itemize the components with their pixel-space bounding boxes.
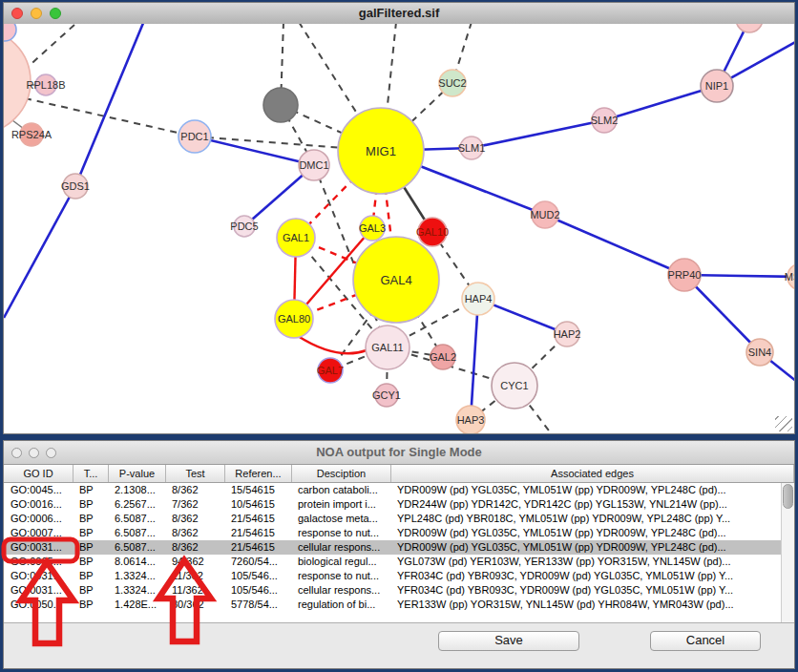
table-row[interactable]: GO:0031...BP1.3324...11/362105/546...cel… <box>4 583 794 598</box>
svg-text:GCY1: GCY1 <box>372 389 401 401</box>
node-gal4[interactable]: GAL4 <box>353 237 439 323</box>
svg-text:GAL11: GAL11 <box>371 342 403 353</box>
svg-text:PDC1: PDC1 <box>180 131 208 142</box>
cell-reference: 105/546... <box>225 583 292 598</box>
node-partial-top-right[interactable] <box>736 24 763 32</box>
cell-type: BP <box>74 569 109 583</box>
node-gal10[interactable]: GAL10 <box>416 218 449 246</box>
node-gal11[interactable]: GAL11 <box>366 326 410 369</box>
node-hap4[interactable]: HAP4 <box>462 283 494 315</box>
table-row[interactable]: GO:0006...BP6.5087...8/36221/54615galact… <box>4 512 794 526</box>
cell-reference: 21/54615 <box>225 526 292 540</box>
svg-text:GAL3: GAL3 <box>359 222 386 234</box>
node-cyc1[interactable]: CYC1 <box>492 363 537 409</box>
node-suc2[interactable]: SUC2 <box>438 70 466 96</box>
column-header-go-id[interactable]: GO ID <box>4 465 74 482</box>
node-gal3[interactable]: GAL3 <box>359 216 386 241</box>
scrollbar-thumb[interactable] <box>783 484 793 509</box>
vertical-scrollbar[interactable] <box>781 483 794 642</box>
cell-go-id: GO:0031... <box>4 583 74 598</box>
resize-grip[interactable] <box>775 416 792 431</box>
node-unlabeled-gray[interactable] <box>263 88 298 122</box>
node-slm2[interactable]: SLM2 <box>591 108 619 133</box>
cancel-button[interactable]: Cancel <box>650 631 761 651</box>
cell-p-value: 6.2567... <box>109 497 166 512</box>
table-row-selected[interactable]: GO:0031...BP6.5087...8/36221/54615cellul… <box>4 540 794 555</box>
table-row[interactable]: GO:0050...BP1.428E...80/3625778/54...reg… <box>4 598 794 612</box>
cell-go-id: GO:0031... <box>4 540 74 555</box>
svg-text:RPS24A: RPS24A <box>11 129 52 140</box>
svg-text:GAL2: GAL2 <box>430 351 456 363</box>
column-header-reference[interactable]: Referen... <box>225 465 292 482</box>
node-rps24a[interactable]: RPS24A <box>11 123 52 146</box>
cell-description: carbon cataboli... <box>292 483 391 497</box>
cell-test: 8/362 <box>166 512 225 526</box>
node-prp40[interactable]: PRP40 <box>668 259 702 291</box>
svg-text:GAL7: GAL7 <box>317 365 344 376</box>
node-gal80[interactable]: GAL80 <box>275 300 313 338</box>
cell-description: galactose meta... <box>292 512 391 526</box>
node-gal7[interactable]: GAL7 <box>317 358 344 383</box>
node-gal2[interactable]: GAL2 <box>430 345 456 369</box>
network-canvas[interactable]: RPL18B RPS24A GDS1 PDC1 <box>4 24 794 433</box>
node-pdc1[interactable]: PDC1 <box>178 120 211 153</box>
node-mud2[interactable]: MUD2 <box>530 201 559 228</box>
cell-associated-edges: YPL248C (pd) YBR018C, YML051W (pp) YDR00… <box>391 512 794 526</box>
cell-go-id: GO:0006... <box>4 512 74 526</box>
node-partial-top-left[interactable] <box>4 24 16 41</box>
column-header-test[interactable]: Test <box>166 465 225 482</box>
svg-text:MSN: MSN <box>785 271 794 283</box>
node-mig1[interactable]: MIG1 <box>338 108 424 194</box>
column-header-associated-edges[interactable]: Associated edges <box>391 465 794 482</box>
cell-p-value: 2.1308... <box>109 483 166 497</box>
save-button[interactable]: Save <box>438 631 579 651</box>
table-row[interactable]: GO:0016...BP6.2567...7/36210/54615protei… <box>4 497 794 512</box>
table-row[interactable]: GO:0031...BP1.3324...11/362105/546...res… <box>4 569 794 583</box>
cell-associated-edges: YFR034C (pd) YBR093C, YDR009W (pd) YGL03… <box>391 569 794 583</box>
node-gds1[interactable]: GDS1 <box>61 174 90 199</box>
cell-go-id: GO:0050... <box>4 598 74 612</box>
noa-window-title: NOA output for Single Mode <box>4 445 794 459</box>
svg-text:GAL80: GAL80 <box>278 313 310 325</box>
cell-type: BP <box>74 497 109 512</box>
node-slm1[interactable]: SLM1 <box>458 136 486 159</box>
cell-type: BP <box>74 598 109 612</box>
svg-text:SLM2: SLM2 <box>591 115 619 126</box>
cell-type: BP <box>74 540 109 555</box>
cell-p-value: 8.0614... <box>109 555 166 569</box>
node-sin4[interactable]: SIN4 <box>746 339 773 366</box>
svg-text:GAL10: GAL10 <box>416 226 449 238</box>
node-rpl18b[interactable]: RPL18B <box>27 74 66 95</box>
cell-description: response to nut... <box>292 569 391 583</box>
node-hap2[interactable]: HAP2 <box>554 322 581 346</box>
noa-window-titlebar[interactable]: NOA output for Single Mode <box>4 441 794 465</box>
node-hap3[interactable]: HAP3 <box>456 406 485 433</box>
table-row[interactable]: GO:0045...BP2.1308...8/36215/54615carbon… <box>4 483 794 497</box>
network-window-titlebar[interactable]: galFiltered.sif <box>4 3 794 25</box>
cell-p-value: 6.5087... <box>109 526 166 540</box>
column-header-description[interactable]: Desciption <box>292 465 391 482</box>
cell-reference: 105/546... <box>225 569 292 583</box>
cell-p-value: 1.428E... <box>109 598 166 612</box>
node-nip1[interactable]: NIP1 <box>701 70 733 102</box>
node-gcy1[interactable]: GCY1 <box>372 384 401 407</box>
svg-text:CYC1: CYC1 <box>500 380 528 391</box>
cell-type: BP <box>74 512 109 526</box>
network-window: galFiltered.sif <box>3 2 795 434</box>
cell-type: BP <box>74 526 109 540</box>
cell-test: 8/362 <box>166 483 225 497</box>
cell-description: biological regul... <box>292 555 391 569</box>
table-row[interactable]: GO:0065...BP8.0614...94/3627260/54...bio… <box>4 555 794 569</box>
cell-test: 8/362 <box>166 540 225 555</box>
node-dmc1[interactable]: DMC1 <box>299 150 329 180</box>
column-header-p-value[interactable]: P-value <box>109 465 166 482</box>
cell-p-value: 6.5087... <box>109 512 166 526</box>
svg-text:MIG1: MIG1 <box>366 144 396 158</box>
svg-text:PRP40: PRP40 <box>668 269 702 281</box>
svg-text:GDS1: GDS1 <box>61 180 90 192</box>
node-partial-right-msn[interactable]: MSN <box>785 263 794 290</box>
node-gal1[interactable]: GAL1 <box>277 219 315 257</box>
column-header-type[interactable]: T... <box>74 465 109 482</box>
cell-reference: 7260/54... <box>225 555 292 569</box>
table-row[interactable]: GO:0007...BP6.5087...8/36221/54615respon… <box>4 526 794 540</box>
